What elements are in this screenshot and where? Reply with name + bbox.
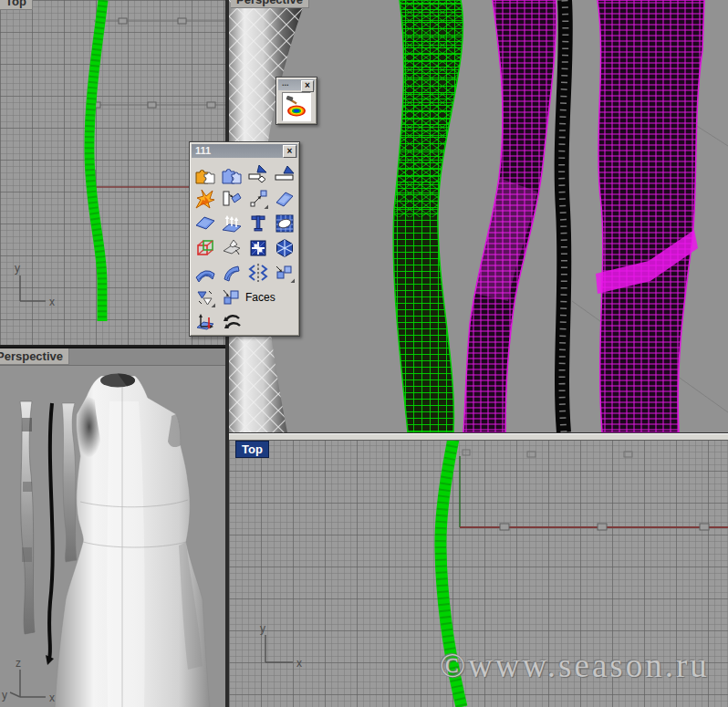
offset-mesh-icon	[221, 213, 243, 234]
watermark: ©www.season.ru	[440, 646, 710, 685]
green-mesh-strip-top-view[interactable]	[89, 0, 103, 321]
mesh-face-quad-icon	[274, 163, 296, 185]
mini-palette-close-button[interactable]: ×	[301, 80, 314, 92]
curve-mesh-button[interactable]	[218, 260, 244, 285]
dress-model[interactable]	[55, 374, 210, 707]
construction-line-red[interactable]	[460, 456, 728, 530]
copy-mesh-faces-icon	[274, 262, 296, 284]
black-curve-strip[interactable]	[46, 403, 54, 665]
viewport-title-strip: Perspective	[0, 348, 225, 366]
mesh-from-curves-button[interactable]	[218, 161, 244, 186]
viewport-title-top-left[interactable]: Top	[0, 0, 33, 10]
bend-mesh-icon	[194, 262, 216, 284]
axis-y-label: y	[260, 622, 265, 635]
mesh-box-icon	[194, 237, 216, 259]
mesh-face-tri-icon	[247, 163, 269, 185]
move-mesh-vertex-icon	[247, 188, 269, 210]
mirror-mesh-icon	[247, 262, 269, 284]
mesh-plane-button[interactable]	[271, 186, 297, 211]
black-mesh-strip[interactable]	[562, 0, 566, 432]
extract-faces-icon	[221, 286, 243, 308]
viewport-title-top-right[interactable]: Perspective	[231, 0, 309, 8]
extract-faces-button[interactable]	[218, 285, 244, 309]
mesh-from-nurbs-button[interactable]	[192, 161, 218, 186]
align-mesh-vertices-button[interactable]	[192, 285, 218, 309]
explode-mesh-icon	[194, 188, 216, 210]
axis-y-label: y	[15, 262, 20, 275]
flat-strip-light[interactable]	[62, 403, 77, 562]
mesh-cplane-button[interactable]	[192, 309, 218, 334]
copy-mesh-faces-button[interactable]	[271, 260, 297, 285]
toolbar-row	[192, 260, 297, 285]
single-mesh-plane-icon	[194, 213, 216, 234]
offset-mesh-button[interactable]	[218, 211, 244, 235]
construction-line[interactable]	[92, 18, 225, 108]
flip-normals-icon	[221, 311, 243, 333]
bend-mesh-button[interactable]	[192, 260, 218, 285]
mesh-from-curves-icon	[221, 163, 243, 185]
toolbar-row	[192, 235, 297, 260]
viewport-bottom-left-canvas: z x y	[0, 365, 225, 707]
move-mesh-vertex-button[interactable]	[244, 186, 271, 211]
mesh-polygon-button[interactable]	[271, 235, 297, 260]
explode-mesh-button[interactable]	[192, 186, 218, 211]
axis-z-label: z	[16, 657, 21, 670]
unweld-edge-icon	[221, 237, 243, 259]
viewport-top-right-canvas	[229, 0, 728, 432]
toolbar-body: Faces	[190, 160, 299, 336]
text-object-button[interactable]	[244, 211, 271, 235]
patch-mesh-icon	[274, 213, 296, 234]
flip-normals-button[interactable]	[218, 309, 244, 334]
split-mesh-icon	[247, 237, 269, 259]
flat-strip-gray[interactable]	[20, 401, 35, 634]
mesh-from-nurbs-icon	[194, 163, 216, 185]
magenta-mesh-strip-1[interactable]	[463, 0, 556, 432]
mesh-polygon-icon	[274, 237, 296, 259]
axis-indicator	[20, 276, 46, 301]
viewport-title-bottom-left[interactable]: Perspective	[0, 348, 69, 365]
mesh-cplane-icon	[194, 311, 216, 333]
magenta-mesh-strip-2[interactable]	[596, 0, 704, 432]
unweld-edge-button[interactable]	[218, 235, 244, 260]
mini-palette-window[interactable]: ... ×	[276, 77, 317, 125]
toolbar-row	[192, 161, 297, 186]
mini-palette-titlebar[interactable]: ... ×	[278, 79, 315, 90]
curvature-analysis-button[interactable]	[282, 92, 311, 121]
axis-x-label: x	[49, 691, 55, 704]
viewport-splitter[interactable]	[229, 432, 728, 441]
grip-markers[interactable]	[463, 450, 632, 457]
toolbar-close-button[interactable]: ×	[283, 145, 296, 158]
text-object-icon	[247, 213, 269, 234]
construction-line-red[interactable]	[95, 170, 193, 187]
axis-x-label: x	[296, 657, 302, 670]
mesh-face-tri-button[interactable]	[244, 161, 271, 186]
axis-indicator	[10, 670, 46, 697]
extract-mesh-part-icon	[221, 188, 243, 210]
axis-indicator	[265, 635, 293, 662]
toolbar-row	[192, 186, 297, 211]
viewport-top-right[interactable]: Perspective	[229, 0, 728, 432]
toolbar-titlebar[interactable]: 111 ×	[192, 144, 297, 158]
toolbar-row: Faces	[192, 285, 297, 309]
curvature-analysis-icon	[285, 95, 308, 119]
axis-x-label: x	[49, 296, 55, 308]
toolbar-row	[192, 211, 297, 235]
align-mesh-vertices-icon	[194, 286, 216, 308]
faces-label: Faces	[244, 291, 276, 304]
single-mesh-plane-button[interactable]	[192, 211, 218, 235]
viewport-splitter-vertical[interactable]	[225, 0, 229, 707]
mesh-box-button[interactable]	[192, 235, 218, 260]
split-mesh-button[interactable]	[244, 235, 271, 260]
toolbar-title: 111	[195, 145, 211, 156]
curve-mesh-icon	[221, 262, 243, 284]
mini-palette-title: ...	[282, 78, 289, 88]
viewport-bottom-left[interactable]: Perspective	[0, 347, 225, 707]
mirror-mesh-button[interactable]	[244, 260, 271, 285]
mesh-face-quad-button[interactable]	[271, 161, 297, 186]
axis-y-label: y	[2, 689, 7, 702]
mesh-plane-icon	[274, 188, 296, 210]
viewport-title-bottom-right[interactable]: Top	[235, 441, 269, 458]
toolbar-window-111[interactable]: 111 × Faces	[189, 141, 300, 337]
extract-mesh-part-button[interactable]	[218, 186, 244, 211]
patch-mesh-button[interactable]	[271, 211, 297, 235]
